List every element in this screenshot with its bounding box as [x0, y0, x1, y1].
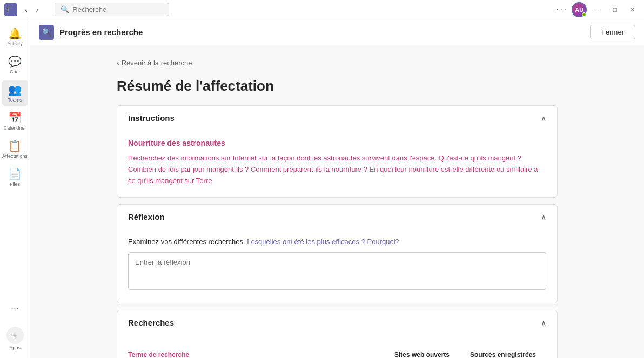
table-header-row: Terme de recherche Sites web ouverts Sou…	[128, 348, 546, 358]
recherches-section: Recherches ∧ Terme de recherche Sites we…	[117, 310, 558, 358]
sidebar-item-files[interactable]: 📄 Files	[2, 164, 28, 190]
instructions-section-header[interactable]: Instructions ∧	[117, 106, 557, 130]
close-button[interactable]: ✕	[626, 4, 640, 16]
app-header: 🔍 Progrès en recherche Fermer	[30, 19, 644, 45]
back-chevron-icon: ‹	[117, 58, 119, 67]
sidebar-item-affectations[interactable]: 📋 Affectations	[2, 136, 28, 162]
instruction-text: Recherchez des informations sur Internet…	[128, 153, 546, 186]
search-icon: 🔍	[61, 5, 69, 13]
back-link-label: Revenir à la recherche	[122, 59, 192, 67]
app-header-title: Progrès en recherche	[59, 28, 143, 37]
sidebar-label-activity: Activity	[7, 41, 23, 46]
search-input[interactable]	[72, 5, 163, 13]
search-progress-icon: 🔍	[42, 28, 51, 37]
sidebar-label-files: Files	[10, 181, 20, 187]
col-header-term: Terme de recherche	[128, 351, 384, 358]
col-header-sources: Sources enregistrées	[460, 351, 546, 358]
recherches-section-title: Recherches	[128, 318, 174, 327]
reflexion-section: Réflexion ∧ Examinez vos différentes rec…	[117, 204, 558, 303]
search-bar: 🔍	[55, 3, 169, 16]
reflexion-section-body: Examinez vos différentes recherches. Les…	[117, 229, 557, 303]
back-button[interactable]: ‹	[22, 4, 31, 15]
recherches-table: Terme de recherche Sites web ouverts Sou…	[128, 348, 546, 358]
more-options-button[interactable]: ···	[556, 4, 567, 15]
page-content: ‹ Revenir à la recherche Résumé de l'aff…	[30, 45, 644, 358]
sidebar-item-calendrier[interactable]: 📅 Calendrier	[2, 108, 28, 134]
sidebar-label-apps: Apps	[9, 345, 21, 350]
instructions-section: Instructions ∧ Nourriture des astronaute…	[117, 105, 558, 198]
reflexion-prompt: Examinez vos différentes recherches. Les…	[128, 238, 546, 246]
sidebar-label-chat: Chat	[10, 69, 20, 75]
back-link[interactable]: ‹ Revenir à la recherche	[117, 58, 558, 67]
minimize-button[interactable]: ─	[591, 4, 605, 16]
sidebar-label-teams: Teams	[8, 97, 22, 103]
app-body: 🔔 Activity 💬 Chat 👥 Teams 📅 Calendrier 📋…	[0, 19, 644, 358]
sidebar-item-more[interactable]: ···	[2, 297, 28, 319]
title-bar: T ‹ › 🔍 ··· AU ─ □ ✕	[0, 0, 644, 19]
reflexion-section-header[interactable]: Réflexion ∧	[117, 205, 557, 229]
sidebar-item-chat[interactable]: 💬 Chat	[2, 52, 28, 78]
avatar-status-dot	[582, 12, 586, 17]
maximize-button[interactable]: □	[609, 4, 621, 16]
title-bar-right: ··· AU ─ □ ✕	[556, 2, 640, 17]
sidebar-item-teams[interactable]: 👥 Teams	[2, 80, 28, 106]
reflexion-textarea[interactable]	[128, 252, 546, 290]
apps-plus-icon: +	[6, 327, 24, 344]
assignments-icon: 📋	[8, 139, 22, 152]
activity-icon: 🔔	[8, 27, 22, 40]
instructions-chevron-icon: ∧	[541, 114, 546, 123]
recherches-section-header[interactable]: Recherches ∧	[117, 310, 557, 335]
app-header-left: 🔍 Progrès en recherche	[39, 25, 143, 40]
teams-icon: 👥	[8, 83, 22, 96]
forward-button[interactable]: ›	[33, 4, 42, 15]
avatar[interactable]: AU	[572, 2, 587, 17]
fermer-button[interactable]: Fermer	[590, 25, 635, 39]
recherches-chevron-icon: ∧	[541, 319, 546, 327]
sidebar-label-affectations: Affectations	[2, 153, 28, 159]
chat-icon: 💬	[8, 55, 22, 68]
files-icon: 📄	[8, 167, 22, 180]
title-bar-left: T ‹ › 🔍	[4, 3, 178, 16]
sidebar-label-calendrier: Calendrier	[4, 125, 26, 131]
content-area: 🔍 Progrès en recherche Fermer ‹ Revenir …	[30, 19, 644, 358]
instruction-heading: Nourriture des astronautes	[128, 139, 546, 147]
reflexion-section-title: Réflexion	[128, 212, 165, 221]
col-header-sites: Sites web ouverts	[384, 351, 460, 358]
reflexion-prompt-main: Examinez vos différentes recherches.	[128, 238, 245, 246]
instructions-section-body: Nourriture des astronautes Recherchez de…	[117, 130, 557, 197]
sidebar: 🔔 Activity 💬 Chat 👥 Teams 📅 Calendrier 📋…	[0, 19, 30, 358]
page-title: Résumé de l'affectation	[117, 78, 558, 94]
reflexion-prompt-highlight: Lesquelles ont été les plus efficaces ? …	[247, 238, 399, 246]
nav-arrows: ‹ ›	[22, 4, 42, 15]
avatar-initials: AU	[575, 6, 583, 13]
more-icon: ···	[9, 300, 21, 316]
app-icon-box: 🔍	[39, 25, 54, 40]
calendar-icon: 📅	[8, 111, 22, 124]
sidebar-item-activity[interactable]: 🔔 Activity	[2, 24, 28, 50]
svg-text:T: T	[6, 6, 10, 14]
recherches-section-body: Terme de recherche Sites web ouverts Sou…	[117, 335, 557, 358]
sidebar-item-apps[interactable]: + Apps	[2, 321, 28, 354]
teams-logo-icon: T	[4, 3, 17, 16]
reflexion-chevron-icon: ∧	[541, 213, 546, 221]
instructions-section-title: Instructions	[128, 113, 175, 123]
